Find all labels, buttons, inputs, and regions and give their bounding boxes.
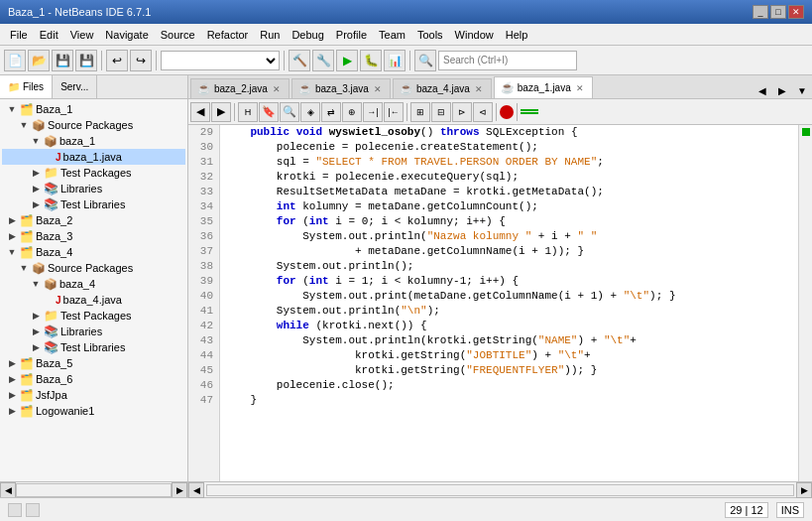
menu-edit[interactable]: Edit: [34, 27, 64, 43]
scroll-left-btn[interactable]: ◀: [0, 482, 16, 498]
tree-toggle-icon[interactable]: ▶: [30, 183, 42, 195]
code-editor[interactable]: 29303132333435363738394041424344454647 p…: [188, 125, 812, 481]
menu-file[interactable]: File: [4, 27, 34, 43]
tree-toggle-icon[interactable]: ▼: [6, 246, 18, 258]
menu-run[interactable]: Run: [254, 27, 286, 43]
code-line[interactable]: System.out.print(metaDane.getColumnName(…: [224, 289, 798, 304]
tree-item[interactable]: Jbaza_4.java: [2, 292, 185, 308]
code-line[interactable]: for (int i = 0; i < kolumny; i++) {: [224, 214, 798, 229]
tree-item[interactable]: ▼📦Source Packages: [2, 117, 185, 133]
tree-item[interactable]: ▶🗂️Baza_3: [2, 228, 185, 244]
tree-item[interactable]: ▼📦baza_4: [2, 276, 185, 292]
save-button[interactable]: 💾: [52, 50, 73, 71]
save-all-button[interactable]: 💾: [75, 50, 97, 71]
new-button[interactable]: 📄: [4, 50, 26, 71]
menu-tools[interactable]: Tools: [411, 27, 449, 43]
build-button[interactable]: 🔨: [289, 50, 310, 71]
tab-nav-down[interactable]: ▼: [794, 82, 810, 98]
code-line[interactable]: polecenie = polecenie.createStatement();: [224, 140, 798, 155]
tree-item[interactable]: ▶📁Test Packages: [2, 308, 185, 324]
scroll-right-btn[interactable]: ▶: [172, 482, 187, 498]
etb-stop-btn[interactable]: [500, 105, 514, 119]
etb-toggle-btn[interactable]: ⊕: [342, 102, 362, 122]
menu-team[interactable]: Team: [373, 27, 411, 43]
tree-toggle-icon[interactable]: ▶: [6, 214, 18, 226]
tree-item[interactable]: ▶🗂️Logowanie1: [2, 403, 185, 419]
tree-toggle-icon[interactable]: ▶: [6, 389, 18, 401]
scroll-left-btn2[interactable]: ◀: [188, 482, 204, 498]
tree-toggle-icon[interactable]: ▼: [30, 278, 42, 290]
menu-refactor[interactable]: Refactor: [201, 27, 255, 43]
etb-history-btn[interactable]: H: [238, 102, 258, 122]
etb-bookmark-btn[interactable]: 🔖: [259, 102, 279, 122]
tree-item[interactable]: ▶🗂️JsfJpa: [2, 387, 185, 403]
tree-item[interactable]: ▶📁Test Packages: [2, 165, 185, 181]
code-line[interactable]: public void wyswietl_osoby() throws SQLE…: [224, 125, 798, 140]
etb-search-btn[interactable]: 🔍: [280, 102, 299, 122]
etb-outdent-btn[interactable]: |←: [384, 102, 404, 122]
etb-fwd-btn[interactable]: ▶: [211, 102, 231, 122]
scroll-right-btn2[interactable]: ▶: [796, 482, 812, 498]
menu-window[interactable]: Window: [449, 27, 500, 43]
tree-item[interactable]: ▼📦Source Packages: [2, 260, 185, 276]
menu-view[interactable]: View: [64, 27, 100, 43]
project-dropdown[interactable]: [161, 51, 280, 70]
tab-baza1-close[interactable]: ✕: [576, 83, 584, 93]
etb-fold-btn[interactable]: ⊞: [410, 102, 430, 122]
code-line[interactable]: sql = "SELECT * FROM TRAVEL.PERSON ORDER…: [224, 155, 798, 170]
tab-nav-left[interactable]: ◀: [754, 82, 770, 98]
tree-toggle-icon[interactable]: ▶: [6, 230, 18, 242]
menu-navigate[interactable]: Navigate: [99, 27, 154, 43]
tree-item[interactable]: ▶📚Libraries: [2, 324, 185, 339]
file-tab-baza1[interactable]: ☕ baza_1.java ✕: [494, 76, 593, 98]
code-line[interactable]: krotki.getString("JOBTITLE") + "\t"+: [224, 348, 798, 363]
etb-next-bookmark[interactable]: ⊳: [452, 102, 472, 122]
code-line[interactable]: System.out.println("Nazwa kolumny " + i …: [224, 229, 798, 244]
code-line[interactable]: while (krotki.next()) {: [224, 319, 798, 333]
code-line[interactable]: ResultSetMetaData metaDane = krotki.getM…: [224, 185, 798, 199]
code-line[interactable]: System.out.println();: [224, 259, 798, 274]
tree-toggle-icon[interactable]: ▶: [30, 198, 42, 210]
tree-toggle-icon[interactable]: ▶: [30, 310, 42, 322]
scrollbar-track[interactable]: [16, 483, 172, 497]
tree-item[interactable]: ▶📚Libraries: [2, 181, 185, 196]
tree-toggle-icon[interactable]: ▶: [30, 326, 42, 337]
tree-toggle-icon[interactable]: ▶: [6, 357, 18, 369]
etb-unfold-btn[interactable]: ⊟: [431, 102, 451, 122]
code-line[interactable]: polecenie.close();: [224, 378, 798, 393]
right-scrollbar[interactable]: [798, 125, 812, 481]
code-line[interactable]: System.out.println("\n");: [224, 304, 798, 319]
tab-services[interactable]: Serv...: [53, 75, 97, 98]
tree-toggle-icon[interactable]: ▶: [30, 341, 42, 353]
tree-item[interactable]: Jbaza_1.java: [2, 149, 185, 165]
file-tab-baza4[interactable]: ☕ baza_4.java ✕: [393, 78, 492, 98]
menu-help[interactable]: Help: [500, 27, 534, 43]
code-line[interactable]: System.out.println(krotki.getString("NAM…: [224, 333, 798, 348]
hscroll-track[interactable]: [206, 484, 794, 496]
menu-profile[interactable]: Profile: [330, 27, 373, 43]
minimize-button[interactable]: _: [753, 5, 768, 19]
tree-toggle-icon[interactable]: ▼: [18, 262, 30, 274]
open-button[interactable]: 📂: [28, 50, 50, 71]
tab-baza2-close[interactable]: ✕: [273, 84, 281, 94]
tab-baza3-close[interactable]: ✕: [374, 84, 382, 94]
etb-back-btn[interactable]: ◀: [190, 102, 210, 122]
etb-prev-bookmark[interactable]: ⊲: [473, 102, 493, 122]
file-tab-baza3[interactable]: ☕ baza_3.java ✕: [291, 78, 391, 98]
code-line[interactable]: krotki.getString("FREQUENTFLYER")); }: [224, 363, 798, 378]
menu-source[interactable]: Source: [155, 27, 201, 43]
horizontal-scrollbar[interactable]: ◀ ▶: [188, 481, 812, 497]
code-line[interactable]: for (int i = 1; i < kolumny-1; i++) {: [224, 274, 798, 289]
tree-item[interactable]: ▼📦baza_1: [2, 133, 185, 149]
tree-toggle-icon[interactable]: ▶: [6, 373, 18, 385]
tree-toggle-icon[interactable]: ▶: [6, 405, 18, 417]
etb-indent-btn[interactable]: →|: [363, 102, 383, 122]
maximize-button[interactable]: □: [770, 5, 786, 19]
tree-item[interactable]: ▶📚Test Libraries: [2, 196, 185, 212]
profile-button[interactable]: 📊: [384, 50, 406, 71]
tree-toggle-icon[interactable]: ▼: [30, 135, 42, 147]
code-line[interactable]: }: [224, 393, 798, 408]
debug-button[interactable]: 🐛: [360, 50, 382, 71]
code-line[interactable]: int kolumny = metaDane.getColumnCount();: [224, 199, 798, 214]
tree-toggle-icon[interactable]: ▶: [30, 167, 42, 179]
